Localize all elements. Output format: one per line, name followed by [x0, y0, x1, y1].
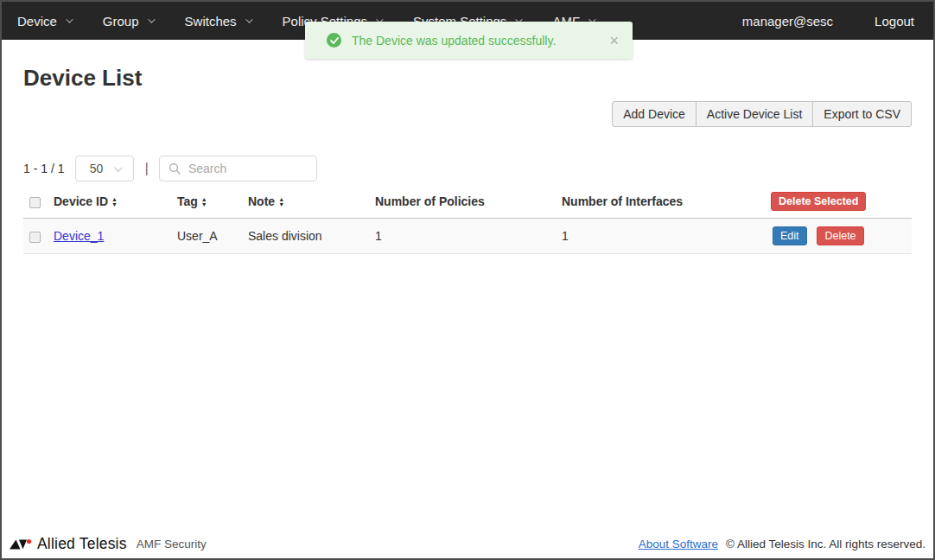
product-name: AMF Security [137, 538, 207, 550]
search-box [159, 156, 317, 181]
column-header-note[interactable]: Note▲▼ [248, 188, 375, 219]
nav-item-group[interactable]: Group [103, 14, 153, 29]
column-header-device-id[interactable]: Device ID▲▼ [54, 188, 177, 219]
page-title: Device List [23, 65, 912, 92]
device-id-link[interactable]: Device_1 [54, 229, 104, 243]
table-row: Device_1 User_A Sales division 1 1 Edit … [23, 219, 912, 254]
copyright-text: © Allied Telesis Inc. All rights reserve… [726, 538, 925, 550]
num-policies-cell: 1 [375, 219, 562, 254]
chevron-down-icon [245, 16, 252, 22]
column-header-num-policies: Number of Policies [375, 188, 562, 219]
table-header-row: Device ID▲▼ Tag▲▼ Note▲▼ Number of Polic… [23, 188, 912, 219]
column-label: Note [248, 194, 275, 208]
main-content: Device List Add Device Active Device Lis… [2, 65, 933, 254]
add-device-button[interactable]: Add Device [612, 101, 696, 127]
about-software-link[interactable]: About Software [639, 538, 718, 550]
row-checkbox[interactable] [29, 232, 41, 243]
pagination-range: 1 - 1 / 1 [23, 162, 64, 175]
logged-in-user: manager@sesc [742, 14, 833, 29]
num-interfaces-cell: 1 [562, 219, 762, 254]
nav-item-switches[interactable]: Switches [185, 14, 251, 29]
column-label: Device ID [54, 194, 108, 208]
delete-selected-button[interactable]: Delete Selected [771, 192, 866, 211]
list-controls: 1 - 1 / 1 50 | [23, 156, 912, 181]
toolbar: Add Device Active Device List Export to … [23, 101, 912, 127]
column-label: Number of Policies [375, 194, 485, 208]
success-check-icon [327, 33, 341, 48]
toast-message: The Device was updated successfully. [352, 34, 602, 48]
page-size-value: 50 [90, 162, 104, 175]
controls-separator: | [144, 160, 148, 177]
note-cell: Sales division [248, 219, 375, 254]
search-icon [169, 162, 181, 175]
close-icon[interactable]: × [609, 33, 619, 48]
footer: Allied Telesis AMF Security About Softwa… [2, 530, 933, 558]
brand-name: Allied Telesis [37, 535, 127, 553]
delete-button[interactable]: Delete [817, 226, 863, 245]
chevron-down-icon [114, 163, 123, 172]
active-device-list-button[interactable]: Active Device List [696, 101, 813, 127]
column-header-num-interfaces: Number of Interfaces [562, 188, 762, 219]
edit-button[interactable]: Edit [773, 226, 807, 245]
chevron-down-icon [66, 16, 73, 22]
sort-icon[interactable]: ▲▼ [111, 197, 118, 207]
allied-telesis-logo-icon [10, 538, 32, 551]
chevron-down-icon [148, 16, 155, 22]
sort-icon[interactable]: ▲▼ [201, 197, 207, 207]
logout-button[interactable]: Logout [875, 14, 914, 29]
export-to-csv-button[interactable]: Export to CSV [812, 101, 912, 127]
column-label: Tag [177, 194, 198, 208]
sort-icon[interactable]: ▲▼ [278, 197, 284, 207]
toast-success: The Device was updated successfully. × [305, 22, 633, 59]
toolbar-button-group: Add Device Active Device List Export to … [612, 101, 912, 127]
column-label: Number of Interfaces [562, 194, 683, 208]
page-size-select[interactable]: 50 [75, 156, 134, 181]
select-all-checkbox[interactable] [29, 197, 41, 208]
column-header-tag[interactable]: Tag▲▼ [177, 188, 248, 219]
tag-cell: User_A [177, 219, 248, 254]
nav-item-label: Device [17, 14, 57, 29]
device-table: Device ID▲▼ Tag▲▼ Note▲▼ Number of Polic… [23, 188, 912, 254]
nav-item-label: Switches [185, 14, 237, 29]
footer-right: About Software © Allied Telesis Inc. All… [639, 538, 925, 550]
navbar-right: manager@sesc Logout [742, 14, 914, 29]
search-input[interactable] [187, 161, 308, 176]
app-window: Device Group Switches Policy Settings Sy… [0, 0, 935, 560]
nav-item-label: Group [103, 14, 139, 29]
nav-item-device[interactable]: Device [17, 14, 71, 29]
